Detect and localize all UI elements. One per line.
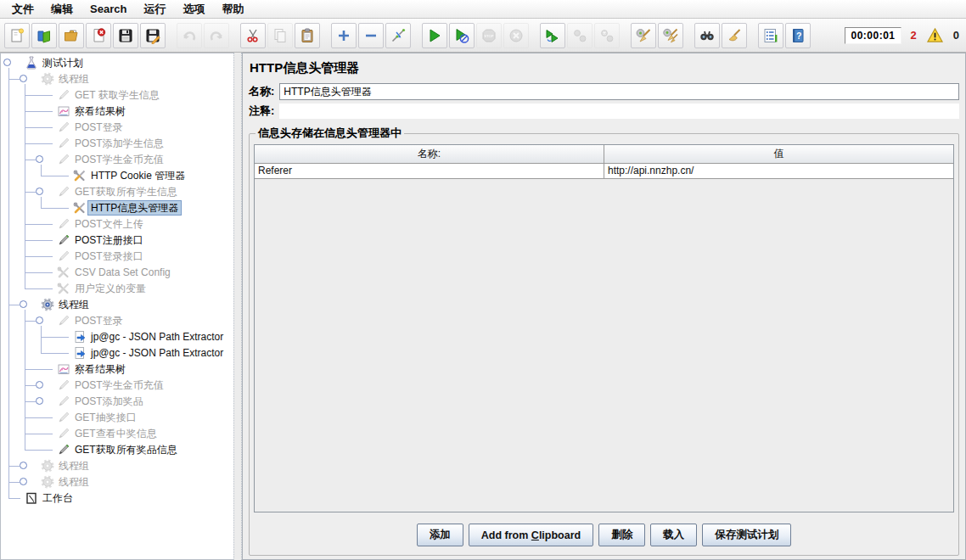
tree-expand-handle[interactable] — [36, 397, 43, 405]
tree-item[interactable]: 工作台 — [1, 490, 233, 507]
tree-collapse-handle[interactable] — [36, 316, 43, 324]
tree-item[interactable]: GET 获取学生信息 — [1, 87, 233, 104]
tree-item[interactable]: 线程组 — [1, 297, 233, 313]
tree-expand-handle[interactable] — [20, 478, 27, 485]
toolbar-open-button[interactable] — [59, 23, 84, 48]
tree-item[interactable]: 察看结果树 — [1, 361, 233, 378]
toolbar-new-file-button[interactable] — [4, 23, 30, 48]
menu-item-search[interactable]: Search — [81, 1, 135, 17]
tree-collapse-handle[interactable] — [20, 75, 27, 82]
table-column-header[interactable]: 名称: — [255, 145, 604, 163]
tree-item[interactable]: POST登录 — [1, 120, 233, 136]
tree-item[interactable]: POST学生金币充值 — [1, 378, 233, 394]
toolbar-start-no-pauses-button[interactable] — [449, 23, 475, 48]
add-button[interactable]: 添加 — [417, 524, 463, 546]
tree-item-label: POST登录 — [72, 314, 126, 328]
tree-item[interactable]: HTTP Cookie 管理器 — [1, 168, 233, 184]
tree-item[interactable]: GET获取所有学生信息 — [1, 184, 233, 200]
tree-item[interactable]: POST登录接口 — [1, 249, 233, 265]
toolbar-paste-button[interactable] — [295, 23, 320, 48]
tree-connector-line — [25, 84, 25, 288]
tree-collapse-handle[interactable] — [20, 300, 27, 308]
menu-item-help[interactable]: 帮助 — [213, 0, 252, 19]
tree-item[interactable]: POST注册接口 — [1, 232, 233, 249]
toolbar-save-button[interactable] — [113, 23, 138, 48]
tree-item[interactable]: POST文件上传 — [1, 216, 233, 232]
toolbar-remove-button[interactable] — [358, 23, 384, 48]
tree-item[interactable]: 用户定义的变量 — [1, 281, 233, 297]
headers-groupbox: 信息头存储在信息头管理器中 名称:值 Refererhttp://api.nnz… — [249, 126, 959, 556]
toolbar-close-button[interactable] — [86, 23, 111, 48]
tree-item[interactable]: GET抽奖接口 — [1, 410, 233, 426]
toolbar-clear-all-button[interactable] — [658, 23, 683, 48]
add-icon — [335, 27, 352, 44]
toggle-icon — [390, 27, 407, 44]
toolbar-help-button[interactable]: ? — [785, 23, 811, 48]
tree-item-label: GET 获取学生信息 — [72, 88, 162, 102]
comment-label: 注释: — [249, 104, 274, 119]
tree-item[interactable]: 测试计划 — [1, 55, 233, 71]
toolbar-clear-button[interactable] — [631, 23, 656, 48]
toolbar-start-button[interactable] — [422, 23, 447, 48]
headers-table-scrollpane[interactable]: 名称:值 Refererhttp://api.nnzhp.cn/ — [254, 144, 954, 512]
load-button[interactable]: 载入 — [650, 524, 697, 546]
tree-item-label: 用户定义的变量 — [72, 282, 149, 295]
tree-item[interactable]: 线程组 — [1, 474, 233, 490]
tree-item[interactable]: POST添加学生信息 — [1, 136, 233, 152]
tree-collapse-handle[interactable] — [36, 188, 43, 195]
warning-icon[interactable] — [926, 27, 944, 43]
tree-expand-handle[interactable] — [36, 381, 43, 389]
tree-item-label: HTTP Cookie 管理器 — [88, 169, 188, 182]
toolbar-search-button[interactable] — [694, 23, 720, 48]
cut-icon — [244, 27, 261, 44]
splitpane-divider[interactable] — [233, 53, 242, 560]
toolbar-toggle-button[interactable] — [385, 23, 411, 48]
menu-item-run[interactable]: 运行 — [135, 0, 174, 19]
toolbar-add-button[interactable] — [331, 23, 357, 48]
pencil-icon — [57, 378, 70, 392]
tree-expand-handle[interactable] — [20, 462, 27, 469]
name-input[interactable] — [279, 83, 959, 100]
tree-item[interactable]: CSV Data Set Config — [1, 265, 233, 281]
comment-input[interactable] — [279, 104, 959, 119]
name-label: 名称: — [249, 84, 274, 99]
add-from-clipboard-button[interactable]: Add from Clipboard — [469, 524, 593, 546]
save-test-plan-button[interactable]: 保存测试计划 — [702, 524, 791, 546]
tree-collapse-handle[interactable] — [36, 155, 43, 163]
tree-item[interactable]: POST添加奖品 — [1, 394, 233, 410]
table-cell[interactable]: Referer — [255, 163, 604, 178]
tree-item[interactable]: 线程组 — [1, 458, 233, 474]
menu-item-options[interactable]: 选项 — [174, 0, 213, 19]
toolbar-function-helper-button[interactable] — [758, 23, 783, 48]
toolbar-copy-button — [267, 23, 293, 48]
toolbar-remote-start-all-button[interactable] — [540, 23, 565, 48]
toolbar-cut-button[interactable] — [240, 23, 266, 48]
tree-item[interactable]: GET获取所有奖品信息 — [1, 442, 233, 458]
tree-item[interactable]: 察看结果树 — [1, 104, 233, 120]
tree-collapse-handle[interactable] — [3, 59, 11, 66]
table-column-header[interactable]: 值 — [604, 145, 954, 163]
tree-item[interactable]: POST登录 — [1, 313, 233, 329]
toolbar-save-as-button[interactable] — [140, 23, 166, 48]
menu-item-edit[interactable]: 编辑 — [42, 0, 81, 19]
copy-icon — [272, 27, 289, 44]
toolbar-search-reset-button[interactable] — [722, 23, 747, 48]
toolbar: STOP? 00:00:01 2 0 — [0, 19, 966, 53]
tree-item[interactable]: jp@gc - JSON Path Extractor — [1, 345, 233, 361]
tree-item[interactable]: GET查看中奖信息 — [1, 426, 233, 442]
table-cell[interactable]: http://api.nnzhp.cn/ — [604, 163, 954, 178]
pencil-icon — [57, 249, 70, 263]
save-icon — [117, 27, 134, 44]
toolbar-templates-button[interactable] — [31, 23, 57, 48]
tree-item[interactable]: 线程组 — [1, 71, 233, 87]
pencil-icon — [57, 120, 70, 134]
tree-item[interactable]: HTTP信息头管理器 — [1, 200, 233, 216]
stop-icon: STOP — [480, 27, 497, 44]
tree-item[interactable]: POST学生金币充值 — [1, 152, 233, 168]
tree-item-label: 工作台 — [40, 491, 76, 505]
menu-bar: 文件编辑Search运行选项帮助 — [0, 0, 966, 19]
delete-button[interactable]: 删除 — [598, 524, 645, 546]
tree-item[interactable]: jp@gc - JSON Path Extractor — [1, 329, 233, 345]
menu-item-file[interactable]: 文件 — [3, 0, 42, 19]
gear-icon — [41, 459, 54, 473]
